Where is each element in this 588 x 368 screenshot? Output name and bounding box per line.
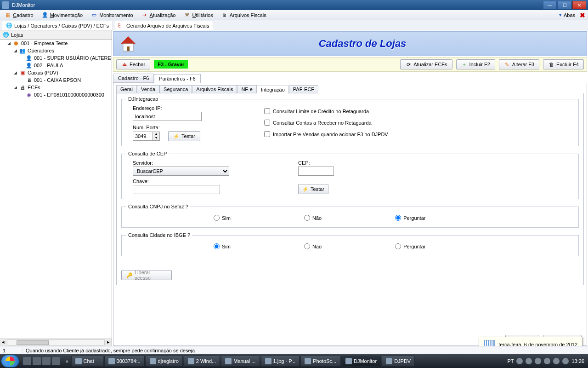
chave-input[interactable] — [133, 185, 220, 194]
ibge-sim[interactable]: Sim — [214, 243, 231, 249]
abas-toggle[interactable]: ▾Abas — [559, 12, 575, 18]
menu-movimentacao[interactable]: 👤Movimentação — [40, 11, 85, 19]
ql-icon[interactable] — [23, 357, 31, 365]
incluir-button[interactable]: ＋Incluir F2 — [456, 59, 495, 69]
cnpj-sim[interactable]: Sim — [214, 215, 231, 221]
tab-parametros-f6[interactable]: Parâmetros - F6 — [154, 74, 200, 83]
integracao-pane: DJIntegracao Endereço IP: Num. Porta: — [116, 93, 584, 285]
cep-input[interactable] — [298, 167, 334, 176]
liberar-acesso-button[interactable]: 🔑Liberar acesso — [121, 270, 172, 280]
tab-cadastro-f6[interactable]: Cadastro - F6 — [113, 74, 154, 83]
menu-monitoramento[interactable]: ▭Monitoramento — [89, 11, 135, 19]
chk-importar-prevendas[interactable]: Importar Pre-Vendas quando acionar F3 no… — [264, 131, 388, 137]
tab-geral[interactable]: Geral — [116, 85, 137, 93]
maximize-button[interactable]: ☐ — [558, 1, 571, 9]
ip-input[interactable] — [133, 112, 202, 121]
cnpj-perguntar[interactable]: Perguntar — [395, 215, 425, 221]
tab-seguranca[interactable]: Seguranca — [159, 85, 192, 93]
doctab-gerando[interactable]: ⎘Gerando Arquivo de Arquivos Fiscais — [114, 21, 213, 30]
tree-op1[interactable]: 👤001 - SUPER USUÁRIO (ALTERE — [19, 54, 112, 62]
close-all-icon[interactable]: ✖ — [580, 12, 585, 19]
testar-djint-button[interactable]: ⚡Testar — [168, 131, 200, 141]
task-djregistro[interactable]: djregistro — [146, 356, 183, 367]
task-chat[interactable]: Chat — [71, 356, 103, 367]
ibge-perguntar[interactable]: Perguntar — [395, 243, 425, 249]
doctab-lojas[interactable]: 🌐Lojas / Operadores / Caixas (PDV) / ECF… — [2, 21, 113, 30]
tab-arquivos-fiscais[interactable]: Arquivos Fiscais — [192, 85, 237, 93]
actionbar: ⏏Fechar F3 - Gravar ⟳Atualizar ECFs ＋Inc… — [113, 57, 587, 72]
tab-integracao[interactable]: Integração — [257, 86, 289, 94]
close-button[interactable]: ✕ — [572, 1, 586, 9]
excluir-button[interactable]: 🗑Excluir F4 — [543, 59, 584, 69]
porta-input[interactable] — [133, 132, 153, 141]
app-icon — [108, 358, 115, 364]
cnpj-nao[interactable]: Não — [304, 215, 322, 221]
spin-up-icon[interactable]: ▲ — [153, 132, 159, 136]
tray-icon[interactable] — [553, 358, 560, 364]
monitor-icon: ▭ — [91, 12, 97, 18]
cnpj-legend: Consulta CNPJ no Sefaz ? — [126, 204, 190, 209]
ql-icon[interactable] — [33, 357, 41, 365]
start-button[interactable] — [1, 355, 19, 368]
atualizar-ecfs-button[interactable]: ⟳Atualizar ECFs — [400, 59, 452, 69]
lang-indicator[interactable]: PT — [507, 358, 514, 364]
cnpj-group: Consulta CNPJ no Sefaz ? Sim Não Pergunt… — [121, 204, 579, 228]
tree-operadores[interactable]: ◢👥Operadores — [13, 47, 112, 54]
app-icon — [2, 1, 9, 9]
cep-legend: Consulta de CEP — [126, 151, 169, 156]
fechar-button[interactable]: ⏏Fechar — [116, 59, 150, 69]
ql-icon[interactable] — [52, 357, 60, 365]
task-2wind[interactable]: 2 Wind... — [184, 356, 220, 367]
tray-icon[interactable] — [526, 358, 532, 364]
tree-ecf1[interactable]: ◉001 - EP081010000000000300 — [19, 91, 112, 98]
menu-atualizacao[interactable]: ➔Atualização — [140, 11, 178, 19]
tree-op2[interactable]: 👤002 - PAULA — [19, 62, 112, 69]
quick-launch — [20, 357, 63, 365]
tree-caixas[interactable]: ◢▣Caixas (PDV) — [13, 69, 112, 76]
ql-icon[interactable] — [42, 357, 51, 365]
servidor-select[interactable]: BuscarCEP — [133, 167, 229, 176]
tray-icon[interactable] — [562, 358, 569, 364]
task-djpdv[interactable]: DJPDV — [382, 356, 415, 367]
task-manual[interactable]: Manual ... — [221, 356, 260, 367]
tree-cx1[interactable]: 🖥001 - CAIXA EPSON — [19, 76, 112, 84]
tray-icon[interactable] — [544, 358, 550, 364]
task-1jpg[interactable]: 1.jpg - P... — [261, 356, 300, 367]
clock[interactable]: 13:26 — [571, 358, 584, 364]
tree-company[interactable]: ◢⬣001 - Empresa Teste — [6, 40, 112, 47]
minimize-button[interactable]: — — [543, 1, 557, 9]
printer-icon: 🖨 — [19, 84, 26, 91]
chk-contas-receber[interactable]: Consultar Contas a Receber no Retaguarda — [264, 120, 388, 126]
porta-spinner[interactable]: ▲▼ — [133, 132, 160, 141]
task-0003784[interactable]: 0003784:.. — [104, 356, 145, 367]
servidor-label: Servidor: — [133, 160, 284, 166]
task-photosc[interactable]: PhotoSc... — [300, 356, 340, 367]
tab-nfe[interactable]: NF-e — [237, 85, 256, 93]
tools-icon: ⚒ — [184, 12, 190, 18]
tab-venda[interactable]: Venda — [137, 85, 159, 93]
tabs-level1: Cadastro - F6 Parâmetros - F6 — [113, 74, 587, 83]
tab-paf-ecf[interactable]: PAF-ECF — [289, 85, 318, 93]
tree[interactable]: ◢⬣001 - Empresa Teste ◢👥Operadores 👤001 … — [0, 40, 112, 339]
tree-ecfs[interactable]: ◢🖨ECFs — [13, 84, 112, 91]
menu-cadastro[interactable]: ▦Cadastro — [3, 11, 35, 19]
djintegracao-legend: DJIntegracao — [126, 96, 160, 102]
ibge-group: Consulta Cidade no IBGE ? Sim Não Pergun… — [121, 232, 579, 256]
menu-utilitarios[interactable]: ⚒Utilitários — [182, 11, 215, 19]
tray-icon[interactable] — [516, 358, 523, 364]
ibge-nao[interactable]: Não — [304, 243, 322, 249]
sidebar-scrollbar[interactable]: ◂ ▸ — [0, 339, 112, 346]
window-title: DJMonitor — [12, 2, 35, 8]
store-icon: ⬣ — [13, 40, 19, 46]
chevron-right-icon[interactable]: » — [64, 359, 70, 364]
alterar-button[interactable]: ✎Alterar F3 — [499, 59, 539, 69]
spin-down-icon[interactable]: ▼ — [153, 136, 159, 140]
tray-icon[interactable] — [535, 358, 541, 364]
chk-limite-credito[interactable]: Consultar Limite de Crédito no Retaguard… — [264, 108, 388, 114]
task-djmonitor[interactable]: DJMonitor — [341, 356, 381, 367]
page-title: Cadastro de Lojas — [144, 38, 581, 50]
menu-arquivos-fiscais[interactable]: 🗎Arquivos Fiscais — [220, 11, 268, 19]
globe-icon: 🌐 — [6, 23, 12, 29]
testar-cep-button[interactable]: ⚡Testar — [298, 184, 328, 194]
app-icon — [265, 358, 271, 364]
